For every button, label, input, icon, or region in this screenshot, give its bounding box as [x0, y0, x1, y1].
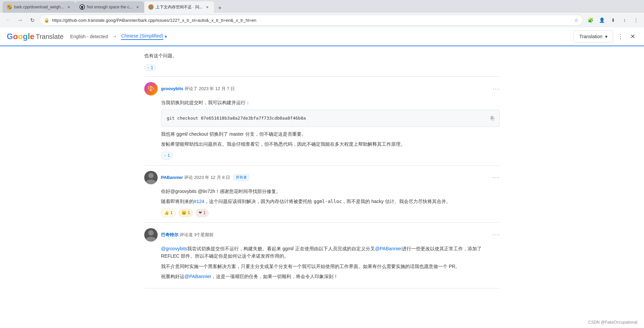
translate-close-button[interactable]: ✕ [628, 32, 637, 41]
target-lang-text: Chinese (Simplified) [121, 33, 163, 40]
comment-more-2[interactable]: ··· [493, 174, 500, 181]
comment-date-1: 2023 年 12 月 7 日 [199, 86, 235, 91]
reaction-2-1[interactable]: 😄 1 [178, 209, 193, 217]
profile-icon[interactable]: 👤 [597, 15, 606, 25]
link-issue-124[interactable]: #124 [194, 199, 204, 204]
comment-line-1-0: 当我切换到此提交时，我可以构建并运行： [161, 99, 500, 106]
top-reaction-1[interactable]: ·· 1 [144, 64, 156, 71]
reaction-count-2-0: 1 [170, 210, 173, 216]
tab-favicon-1: 🐾 [7, 4, 12, 10]
google-letter-g2: g [23, 32, 28, 41]
comment-action-text-1: 评论了 [184, 86, 198, 91]
bookmark-icon[interactable]: ☆ [574, 17, 579, 23]
code-block-1: git checkout 07e651618b3a8a27de3bfa7f733… [161, 110, 500, 127]
comment-meta-3: 巴奇特尔 评论道 3个星期前 [161, 232, 214, 238]
tab-active[interactable]: 🌐 上下文内存空间不足 · 问... ✕ [144, 1, 214, 13]
top-reactions: ·· 1 [144, 64, 500, 71]
browser-chrome: 🐾 bark.cpp/download_weigh... ✕ Not enoug… [0, 0, 644, 27]
comment-more-3[interactable]: ··· [493, 231, 500, 238]
forward-button[interactable]: → [15, 15, 25, 25]
tab-close-3[interactable]: ✕ [205, 4, 210, 10]
tab-close-2[interactable]: ✕ [135, 4, 140, 10]
svg-point-0 [148, 173, 154, 178]
reaction-emoji-2-0: 👍 [164, 210, 169, 216]
link-pabannier-3[interactable]: @PABannier [375, 246, 402, 251]
new-tab-button[interactable]: + [215, 3, 225, 13]
comment-extra-1-0: 我也将 ggml/ checkout 切换到了 master 分支，但不确定这是… [161, 130, 500, 138]
reaction-2-0[interactable]: 👍 1 [161, 209, 176, 217]
svg-point-3 [146, 237, 156, 242]
target-lang-dropdown-icon: ▾ [165, 34, 167, 39]
top-comment-text: 也有这个问题。 [144, 53, 500, 59]
comment-action-text-3: 评论道 3个星期前 [180, 232, 214, 237]
comment-groovybits: 🎨 groovybits 评论了 2023 年 12 月 7 日 ··· 当我切… [144, 82, 500, 166]
svg-point-1 [146, 180, 156, 184]
svg-point-2 [148, 230, 154, 236]
comment-author-row-1: 🎨 groovybits 评论了 2023 年 12 月 7 日 [144, 82, 235, 95]
comment-action-text-2: 评论 [184, 175, 193, 180]
google-letter-o1: o [13, 32, 18, 41]
comment-header-3: 巴奇特尔 评论道 3个星期前 ··· [144, 228, 500, 242]
translation-button[interactable]: Translation ▾ [574, 30, 613, 43]
back-button[interactable]: ← [3, 15, 13, 25]
menu-icon[interactable]: ⋮ [631, 15, 641, 25]
tab-bark-cpp[interactable]: 🐾 bark.cpp/download_weigh... ✕ [3, 1, 75, 13]
author-name-2[interactable]: PABannier [161, 175, 183, 180]
translate-more-button[interactable]: ⋮ [616, 32, 625, 41]
top-reactions-list: ·· 1 [144, 64, 500, 71]
reaction-1-0[interactable]: ·· 1 [161, 151, 173, 160]
reaction-count-1-0: 1 [168, 152, 170, 159]
reaction-emoji-1-0: ·· [164, 152, 166, 159]
source-language: English - detected [70, 34, 108, 39]
author-name-1[interactable]: groovybits [161, 86, 183, 91]
reaction-emoji-2-2: ❤ [199, 210, 202, 216]
tab-title-2: Not enough space the c... [87, 5, 133, 9]
download-icon[interactable]: ⬇ [608, 15, 618, 25]
reaction-2-2[interactable]: ❤ 1 [196, 209, 209, 217]
avatar-groovybits: 🎨 [144, 82, 158, 95]
link-pabannier-congrats[interactable]: @PABannier [184, 274, 211, 279]
google-logo: Google Translate [7, 32, 63, 41]
tab-favicon-3: 🌐 [148, 4, 154, 10]
lang-arrow: → [112, 34, 117, 40]
comment-body-3: @groovybits我尝试切换提交但不运行，构建失败。看起来 ggml/ 正在… [144, 245, 500, 280]
avatar-pabannier [144, 171, 158, 184]
comment-reactions-2: 👍 1 😄 1 ❤ 1 [161, 209, 500, 217]
comment-header-2: PABannier 评论 2023 年 12 月 8 日 所有者 ··· [144, 171, 500, 184]
comment-header-1: 🎨 groovybits 评论了 2023 年 12 月 7 日 ··· [144, 82, 500, 95]
owner-badge-2: 所有者 [233, 174, 249, 181]
top-comment-body: 也有这个问题。 [144, 53, 500, 59]
google-letter-l: l [28, 32, 30, 41]
sync-icon[interactable]: ↕ [620, 15, 629, 25]
comment-extra-1-1: 发帖希望能帮助找出问题所在。我会仔细查看它，但不熟悉代码，因此不确定我能在多大程… [161, 140, 500, 148]
tab-close-1[interactable]: ✕ [66, 4, 71, 10]
avatar-3 [144, 228, 158, 242]
author-name-3[interactable]: 巴奇特尔 [161, 232, 178, 237]
main-content: 也有这个问题。 ·· 1 🎨 groovybits 评论了 2023 年 12 … [138, 46, 506, 301]
reaction-emoji-2-1: 😄 [181, 210, 186, 216]
comment-line-2-1: 随着即将到来的#124，这个问题应该得到解决，因为内存估计将被委托给 ggml-… [161, 198, 500, 205]
address-url: https://github-com.translate.goog/PABann… [52, 18, 572, 23]
tab-title-1: bark.cpp/download_weigh... [14, 5, 64, 9]
tab-title-3: 上下文内存空间不足 · 问... [156, 4, 203, 10]
address-bar[interactable]: 🔒 https://github-com.translate.goog/PABa… [40, 15, 583, 25]
code-text-1: git checkout 07e651618b3a8a27de3bfa7f733… [167, 115, 306, 122]
nav-right-icons: 🧩 👤 ⬇ ↕ ⋮ [586, 15, 641, 25]
reaction-count-2-1: 1 [188, 210, 190, 216]
comment-line-3-2: 祝重构好运@PABannier，这是一项艰巨的任务，如果一切顺利，将会令人印象深… [161, 273, 500, 280]
comment-pabannier: PABannier 评论 2023 年 12 月 8 日 所有者 ··· 你好@… [144, 171, 500, 223]
code-copy-button-1[interactable]: ⎘ [491, 114, 494, 123]
csdn-badge: CSDN @FakeOccupational [588, 320, 637, 325]
nav-bar: ← → ↻ 🔒 https://github-com.translate.goo… [0, 13, 644, 27]
google-letter-o2: o [18, 32, 23, 41]
comment-more-1[interactable]: ··· [493, 85, 500, 92]
extensions-icon[interactable]: 🧩 [586, 15, 595, 25]
translation-btn-label: Translation [579, 34, 602, 39]
tab-not-enough-space[interactable]: Not enough space the c... ✕ [75, 1, 144, 13]
link-groovybits[interactable]: @groovybits [161, 246, 187, 251]
comment-reactions-1: ·· 1 [161, 151, 500, 160]
refresh-button[interactable]: ↻ [28, 15, 37, 25]
comment-author-row-2: PABannier 评论 2023 年 12 月 8 日 所有者 [144, 171, 249, 184]
comment-line-3-1: 我不介意同时实施一个黑客解决方案，只要主分支或某个分支有一个我可以开始使用的工作… [161, 263, 500, 270]
target-language-button[interactable]: Chinese (Simplified) ▾ [121, 33, 167, 40]
